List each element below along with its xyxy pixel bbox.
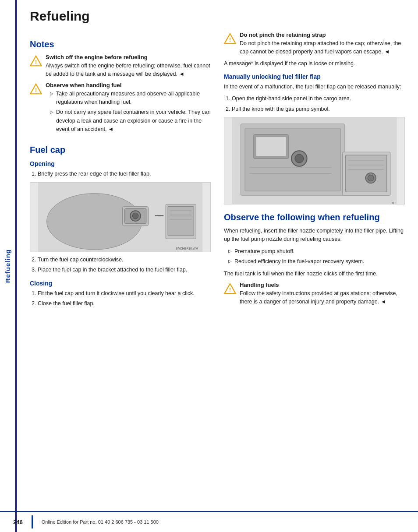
observe-note: The fuel tank is full when the filler no… [224,270,405,278]
observe-bullets: Premature pump shutoff. Reduced efficien… [224,247,405,266]
opening-step-3: Place the fuel cap in the bracket attach… [38,266,211,274]
warning-text-2: Observe when handling fuel Take all prec… [46,82,211,137]
manual-unlock-intro: In the event of a malfunction, the fuel … [224,83,405,91]
svg-text:3WCHER10.WM: 3WCHER10.WM [175,247,198,250]
warning-block-1: ! Switch off the engine before refueling… [30,54,211,78]
observe-bullet-1: Premature pump shutoff. [228,247,405,256]
right-column: ! Do not pinch the retaining strap Do no… [224,32,405,311]
opening-steps-continued: Turn the fuel cap counterclockwise. Plac… [30,256,211,275]
handling-fuels-warning: ! Handling fuels Follow the safety instr… [224,282,405,306]
notes-heading: Notes [30,39,211,49]
pinch-warning-text: Do not pinch the retaining strap Do not … [240,32,405,56]
side-tab-label: Refueling [4,249,11,283]
manual-unlock-step-1: Open the right-hand side panel in the ca… [232,95,405,103]
warning-icon-1: ! [30,55,42,67]
warning-block-2: ! Observe when handling fuel Take all pr… [30,82,211,137]
notes-section: Notes ! Switch off the engine before ref… [30,39,211,137]
observe-bullet-2: Reduced efficiency in the fuel-vapor rec… [228,257,405,266]
svg-text:!: ! [229,37,231,43]
warning-bullets-2: Take all precautionary measures and obse… [46,90,211,134]
pinch-warning-title: Do not pinch the retaining strap [240,32,405,38]
handling-fuels-title: Handling fuels [240,282,405,288]
warning-title-2: Observe when handling fuel [46,82,211,88]
warning-bullet-2-2: Do not carry any spare fuel containers i… [50,108,211,134]
footer: 246 Online Edition for Part no. 01 40 2 … [0,511,418,532]
pinch-warning-icon: ! [224,32,236,45]
warning-body-1: Always switch off the engine before refu… [46,62,211,78]
svg-point-25 [295,154,304,163]
opening-steps: Briefly press the rear edge of the fuel … [30,170,211,178]
pinch-warning-block: ! Do not pinch the retaining strap Do no… [224,32,405,56]
handling-fuels-icon: ! [224,282,236,295]
manual-unlock-steps: Open the right-hand side panel in the ca… [224,95,405,113]
closing-subheading: Closing [30,280,211,287]
opening-subheading: Opening [30,160,211,167]
footer-divider [32,515,33,528]
closing-steps: Fit the fuel cap and turn it clockwise u… [30,289,211,308]
observe-heading: Observe the following when refueling [224,212,405,222]
fuel-cap-section: Fuel cap Opening Briefly press the rear … [30,145,211,308]
main-content: Refueling Notes ! Switch off the engine … [21,0,418,320]
message-note: A message* is displayed if the cap is lo… [224,60,405,68]
svg-text:IM05-10GMA: IM05-10GMA [391,202,394,204]
warning-bullet-2-1: Take all precautionary measures and obse… [50,90,211,107]
back-arrow-1: ◄ [177,71,184,77]
observe-intro: When refueling, insert the filler nozzle… [224,227,405,244]
left-column: Notes ! Switch off the engine before ref… [30,32,211,311]
two-column-layout: Notes ! Switch off the engine before ref… [30,32,405,311]
svg-point-34 [368,175,374,181]
warning-text-1: Switch off the engine before refueling A… [46,54,211,78]
handling-fuels-body: Follow the safety instructions provided … [240,289,405,306]
side-tab: Refueling [0,0,17,532]
opening-step-1: Briefly press the rear edge of the fuel … [38,170,211,178]
pinch-warning-body: Do not pinch the retaining strap attache… [240,39,405,56]
svg-rect-23 [256,137,286,157]
warning-title-1: Switch off the engine before refueling [46,54,211,60]
opening-step-2: Turn the fuel cap counterclockwise. [38,256,211,264]
svg-point-9 [132,213,138,219]
closing-step-2: Close the fuel filler flap. [38,299,211,308]
footer-page-number: 246 [13,519,23,525]
fuel-filler-image: 3WCHER10.WM [30,182,211,252]
manual-unlock-heading: Manually unlocking fuel filler flap [224,73,405,80]
manual-unlock-step-2: Pull the knob with the gas pump symbol. [232,105,405,113]
svg-text:!: ! [35,87,37,93]
page-title: Refueling [30,9,405,24]
warning-icon-2: ! [30,83,42,95]
fuel-cap-heading: Fuel cap [30,145,211,155]
handling-fuels-text: Handling fuels Follow the safety instruc… [240,282,405,306]
footer-text: Online Edition for Part no. 01 40 2 606 … [42,519,159,525]
back-arrow-2: ◄ [106,126,113,132]
svg-text:!: ! [229,287,231,293]
manual-unlock-image: IM05-10GMA [224,117,405,204]
closing-step-1: Fit the fuel cap and turn it clockwise u… [38,289,211,298]
svg-text:!: ! [35,59,37,65]
